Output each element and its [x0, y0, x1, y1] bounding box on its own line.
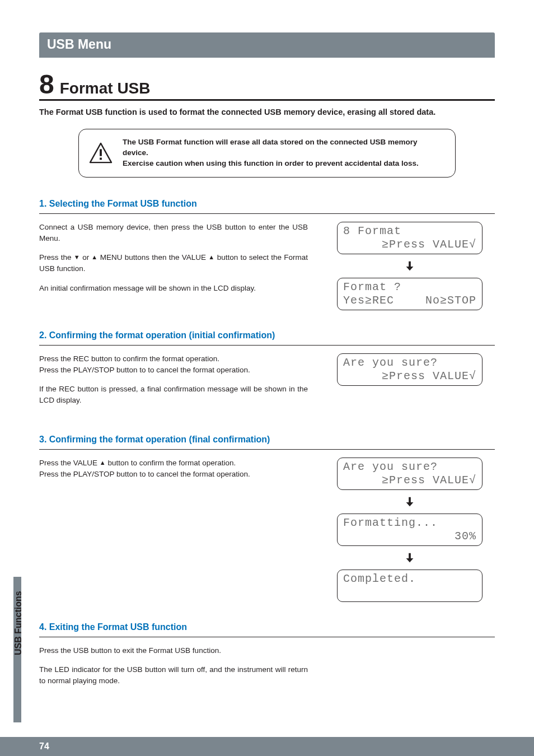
step2-p1: Press the REC button to confirm the form…: [39, 353, 308, 365]
lcd-line1: Are you sure?: [343, 460, 476, 474]
lcd-line1: Formatting...: [343, 516, 476, 530]
warning-line2: Exercise caution when using this functio…: [123, 158, 445, 169]
page-footer: 74: [0, 737, 534, 756]
lcd-display: Format ? Yes≥RECNo≥STOP: [337, 278, 483, 310]
divider: [39, 449, 495, 450]
chapter-number: 8: [39, 71, 54, 98]
step4-text: Press the USB button to exit the Format …: [39, 645, 308, 695]
warning-line1: The USB Format function will erase all d…: [123, 137, 445, 158]
up-triangle-icon: ▲: [100, 459, 106, 466]
side-section-label: USB Functions: [13, 591, 24, 655]
down-triangle-icon: ▼: [74, 254, 80, 260]
down-arrow-icon: [404, 496, 416, 508]
step3-title: 3. Confirming the format operation (fina…: [39, 435, 495, 445]
divider: [39, 637, 495, 637]
step4-title: 4. Exiting the Format USB function: [39, 622, 495, 632]
lcd-line1: Are you sure?: [343, 356, 476, 370]
down-arrow-icon: [404, 260, 416, 272]
step1-p2: Press the ▼ or ▲ MENU buttons then the V…: [39, 252, 308, 275]
step2-text: Press the REC button to confirm the form…: [39, 353, 308, 414]
lcd-display: Are you sure? ≥Press VALUE√: [337, 458, 483, 490]
lcd-line2-yes: Yes≥REC: [343, 294, 394, 307]
lcd-line2: ≥Press VALUE√: [343, 370, 476, 383]
lead-paragraph: The Format USB function is used to forma…: [39, 108, 495, 116]
warning-text: The USB Format function will erase all d…: [123, 137, 445, 169]
chapter-heading: 8 Format USB: [39, 71, 495, 101]
step1-p1: Connect a USB memory device, then press …: [39, 222, 308, 245]
lcd-display: 8 Format ≥Press VALUE√: [337, 222, 483, 254]
step1-p3: An initial confirmation message will be …: [39, 283, 308, 294]
svg-rect-1: [100, 158, 102, 160]
lcd-line1: Completed.: [343, 572, 476, 586]
step4-p1: Press the USB button to exit the Format …: [39, 645, 308, 656]
lcd-line2: 30%: [343, 530, 476, 543]
step4-p2: The LED indicator for the USB button wil…: [39, 664, 308, 687]
lcd-line2: ≥Press VALUE√: [343, 238, 476, 251]
step2-p2: Press the PLAY/STOP button to to cancel …: [39, 365, 308, 376]
lcd-line2: ≥Press VALUE√: [343, 474, 476, 487]
divider: [39, 213, 495, 214]
svg-rect-0: [100, 150, 102, 156]
up-triangle-icon: ▲: [208, 254, 214, 260]
lcd-display: Are you sure? ≥Press VALUE√: [337, 353, 483, 386]
lcd-display: Formatting... 30%: [337, 514, 483, 546]
step2-p3: If the REC button is pressed, a final co…: [39, 384, 308, 407]
step3-p2: Press the PLAY/STOP button to to cancel …: [39, 469, 308, 480]
lcd-display: Completed.: [337, 570, 483, 602]
up-triangle-icon: ▲: [91, 254, 97, 260]
lcd-line2: [343, 586, 476, 599]
step3-text: Press the VALUE ▲ button to confirm the …: [39, 458, 308, 488]
page-number: 74: [39, 741, 49, 752]
warning-icon: [89, 142, 113, 164]
warning-box: The USB Format function will erase all d…: [78, 129, 456, 178]
chapter-title-text: Format USB: [60, 80, 151, 97]
lcd-line2-no: No≥STOP: [425, 294, 476, 307]
lcd-line1: Format ?: [343, 281, 476, 294]
step3-p1: Press the VALUE ▲ button to confirm the …: [39, 458, 308, 469]
step1-title: 1. Selecting the Format USB function: [39, 199, 495, 209]
divider: [39, 345, 495, 346]
section-tab: USB Menu: [39, 32, 495, 58]
step1-text: Connect a USB memory device, then press …: [39, 222, 308, 302]
down-arrow-icon: [404, 552, 416, 564]
lcd-line1: 8 Format: [343, 225, 476, 238]
step2-title: 2. Confirming the format operation (init…: [39, 330, 495, 340]
